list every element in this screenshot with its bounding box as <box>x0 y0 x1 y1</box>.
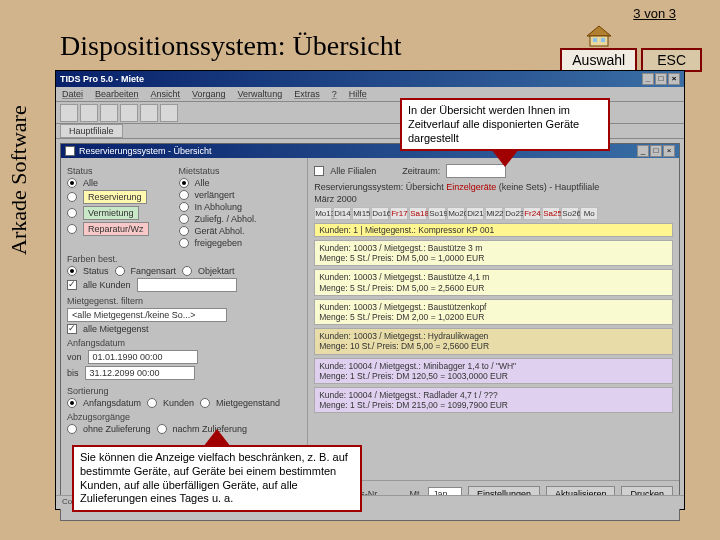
radio-miet-alle[interactable] <box>179 178 189 188</box>
radio-freigegeben[interactable] <box>179 238 189 248</box>
overview-header: Reservierungssystem: Übersicht Einzelger… <box>314 182 673 192</box>
mietgegenst-select[interactable]: <alle Mietgegenst./keine So...> <box>67 308 227 322</box>
cal-day[interactable]: So26 <box>561 207 579 220</box>
menu-item[interactable]: Bearbeiten <box>95 89 139 99</box>
toolbar-icon[interactable] <box>100 104 118 122</box>
kunden-input[interactable] <box>137 278 237 292</box>
menu-item[interactable]: Ansicht <box>151 89 181 99</box>
check-alle-filialen[interactable] <box>314 166 324 176</box>
radio-verlangert[interactable] <box>179 190 189 200</box>
check-alle-mietgegenst[interactable] <box>67 324 77 334</box>
calendar-row: Mo13 Di14 Mi15 Do16 Fr17 Sa18 So19 Mo20 … <box>314 207 673 220</box>
inner-close-icon[interactable]: × <box>663 145 675 157</box>
window-titlebar: TIDS Pro 5.0 - Miete _ □ × <box>56 71 684 87</box>
radio-sort-mietgegen[interactable] <box>200 398 210 408</box>
opt-label: verlängert <box>195 190 235 200</box>
radio-sort-kunden[interactable] <box>147 398 157 408</box>
radio-reparatur[interactable] <box>67 224 77 234</box>
window-title: TIDS Pro 5.0 - Miete <box>60 74 144 84</box>
cal-day[interactable]: Mi22 <box>485 207 503 220</box>
opt-label: Anfangsdatum <box>83 398 141 408</box>
cal-day[interactable]: Fr24 <box>523 207 541 220</box>
radio-farbe-status[interactable] <box>67 266 77 276</box>
overview-pane: Alle Filialen Zeitraum: Reservierungssys… <box>308 158 679 506</box>
radio-farbe-objekt[interactable] <box>182 266 192 276</box>
radio-farbe-fangens[interactable] <box>115 266 125 276</box>
opt-label: Alle <box>195 178 210 188</box>
cal-day[interactable]: Do23 <box>504 207 522 220</box>
list-item[interactable]: Kunden: 10003 / Mietgegst.: Baustützenko… <box>314 299 673 325</box>
cal-day[interactable]: Fr17 <box>390 207 408 220</box>
radio-alle[interactable] <box>67 178 77 188</box>
toolbar-icon[interactable] <box>120 104 138 122</box>
von-label: von <box>67 352 82 362</box>
mietstatus-label: Mietstatus <box>179 166 257 176</box>
esc-button[interactable]: ESC <box>641 48 702 72</box>
sort-label: Sortierung <box>67 386 301 396</box>
bis-input[interactable]: 31.12.2099 00:00 <box>85 366 195 380</box>
cal-day[interactable]: So19 <box>428 207 446 220</box>
opt-label: Zuliefg. / Abhol. <box>195 214 257 224</box>
radio-geraet-abhol[interactable] <box>179 226 189 236</box>
list-item[interactable]: Kunden: 10003 / Mietgegst.: Hydraulikwag… <box>314 328 673 354</box>
state-reparatur: Reparatur/Wz <box>83 222 149 236</box>
opt-label: alle Mietgegenst <box>83 324 149 334</box>
callout-bottom: Sie können die Anzeige vielfach beschrän… <box>72 445 362 512</box>
radio-ohne-zulief[interactable] <box>67 424 77 434</box>
minimize-icon[interactable]: _ <box>642 73 654 85</box>
house-icon <box>583 24 615 48</box>
radio-nachm-zulief[interactable] <box>157 424 167 434</box>
svg-rect-2 <box>593 38 597 42</box>
cal-day[interactable]: Mo13 <box>314 207 332 220</box>
cal-day[interactable]: Mo20 <box>447 207 465 220</box>
cal-day[interactable]: Mi15 <box>352 207 370 220</box>
callout-top: In der Übersicht werden Ihnen im Zeitver… <box>400 98 610 151</box>
menu-item[interactable]: Verwaltung <box>238 89 283 99</box>
zeitraum-label: Zeitraum: <box>402 166 440 176</box>
inner-maximize-icon[interactable]: □ <box>650 145 662 157</box>
state-vermietung: Vermietung <box>83 206 139 220</box>
anfang-label: Anfangsdatum <box>67 338 301 348</box>
opt-label: Fangensart <box>131 266 177 276</box>
toolbar-icon[interactable] <box>60 104 78 122</box>
list-item[interactable]: Kunden: 10003 / Mietgegst.: Baustütze 3 … <box>314 240 673 266</box>
cal-day[interactable]: Sa18 <box>409 207 427 220</box>
close-icon[interactable]: × <box>668 73 680 85</box>
menu-item[interactable]: Vorgang <box>192 89 226 99</box>
opt-label: In Abholung <box>195 202 243 212</box>
toolbar-icon[interactable] <box>160 104 178 122</box>
check-alle-kunden[interactable] <box>67 280 77 290</box>
von-input[interactable]: 01.01.1990 00:00 <box>88 350 198 364</box>
list-item[interactable]: Kunde: 10004 / Mietgegst.: Radlader 4,7 … <box>314 387 673 413</box>
opt-label: Objektart <box>198 266 235 276</box>
inner-title-text: Reservierungssystem - Übersicht <box>79 146 212 156</box>
cal-day[interactable]: Do16 <box>371 207 389 220</box>
cal-day[interactable]: Sa25 <box>542 207 560 220</box>
opt-label: Kunden <box>163 398 194 408</box>
menu-item[interactable]: ? <box>332 89 337 99</box>
menu-item[interactable]: Extras <box>294 89 320 99</box>
auswahl-group: Auswahl <box>560 24 637 72</box>
cal-day[interactable]: Di21 <box>466 207 484 220</box>
opt-label: alle Kunden <box>83 280 131 290</box>
menu-item[interactable]: Hilfe <box>349 89 367 99</box>
radio-zuliefg[interactable] <box>179 214 189 224</box>
auswahl-button[interactable]: Auswahl <box>560 48 637 72</box>
tab-hauptfiliale[interactable]: Hauptfiliale <box>60 124 123 138</box>
status-label: Status <box>67 166 149 176</box>
maximize-icon[interactable]: □ <box>655 73 667 85</box>
list-item[interactable]: Kunde: 10004 / Mietgegst.: Minibagger 1,… <box>314 358 673 384</box>
cal-day[interactable]: Di14 <box>333 207 351 220</box>
radio-reserv[interactable] <box>67 192 77 202</box>
cal-day[interactable]: Mo <box>580 207 598 220</box>
svg-rect-1 <box>590 36 608 46</box>
toolbar-icon[interactable] <box>140 104 158 122</box>
radio-in-abholung[interactable] <box>179 202 189 212</box>
opt-label: freigegeben <box>195 238 243 248</box>
toolbar-icon[interactable] <box>80 104 98 122</box>
inner-minimize-icon[interactable]: _ <box>637 145 649 157</box>
list-item[interactable]: Kunden: 10003 / Mietgegst.: Baustütze 4,… <box>314 269 673 295</box>
radio-vermiet[interactable] <box>67 208 77 218</box>
menu-item[interactable]: Datei <box>62 89 83 99</box>
radio-sort-anfang[interactable] <box>67 398 77 408</box>
